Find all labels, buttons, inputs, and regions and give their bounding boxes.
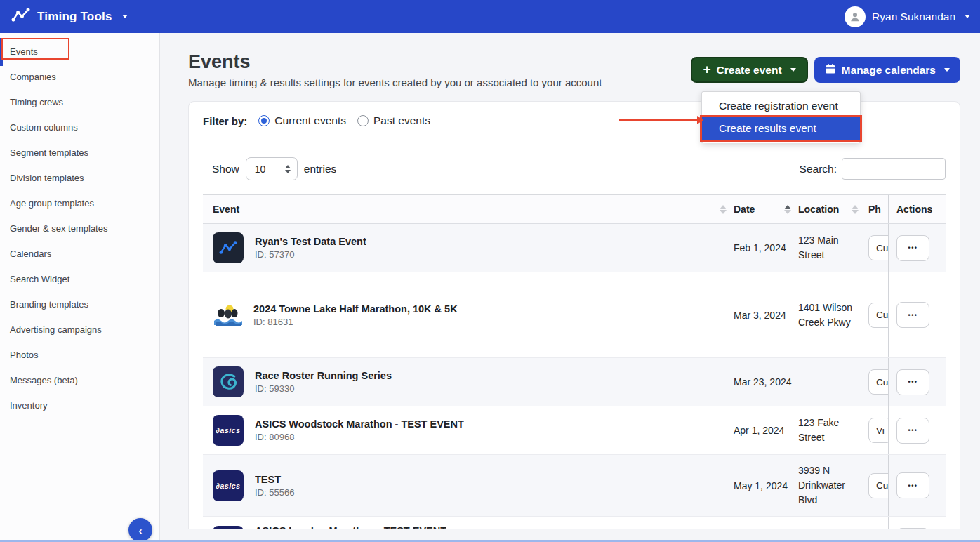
ellipsis-icon: ••• <box>908 427 918 434</box>
sidebar-item-division-templates[interactable]: Division templates <box>0 166 159 191</box>
user-menu[interactable]: Ryan Suknandan <box>845 6 970 27</box>
sidebar-item-label: Photos <box>10 350 38 360</box>
sidebar-item-label: Division templates <box>10 173 84 183</box>
sidebar-item-label: Events <box>10 46 38 57</box>
search-input[interactable] <box>842 158 946 180</box>
sidebar-item-label: Inventory <box>10 400 47 411</box>
event-id: ID: 57370 <box>255 249 366 260</box>
row-actions-button[interactable]: ••• <box>896 302 929 328</box>
event-date <box>734 517 798 529</box>
sidebar-item-search-widget[interactable]: Search Widget <box>0 267 159 292</box>
create-event-button[interactable]: + Create event <box>691 57 807 83</box>
sidebar-item-companies[interactable]: Companies <box>0 65 159 90</box>
row-actions-button[interactable]: ••• <box>896 528 929 529</box>
event-date: Apr 1, 2024 <box>734 407 798 454</box>
event-location: 1401 Wilson Creek Pkwy <box>798 272 868 357</box>
ellipsis-icon: ••• <box>908 312 918 319</box>
sidebar-item-inventory[interactable]: Inventory <box>0 393 159 418</box>
photos-button[interactable]: Cu <box>868 473 888 498</box>
column-header-photos[interactable]: Ph <box>868 195 888 223</box>
sidebar-item-custom-columns[interactable]: Custom columns <box>0 115 159 140</box>
row-actions-button[interactable]: ••• <box>896 235 929 261</box>
column-header-date[interactable]: Date <box>734 195 798 223</box>
create-event-label: Create event <box>717 64 782 77</box>
filter-current-events-radio[interactable]: Current events <box>258 114 346 127</box>
asics-wordmark: ∂asics <box>216 482 241 490</box>
table-header-row: Event Date Location Ph <box>203 194 946 224</box>
column-header-location[interactable]: Location <box>798 195 868 223</box>
app-window: Timing Tools Ryan Suknandan Events Compa… <box>0 0 980 542</box>
sidebar-item-segment-templates[interactable]: Segment templates <box>0 140 159 166</box>
sidebar-item-advertising-campaigns[interactable]: Advertising campaigns <box>0 317 159 343</box>
sidebar-item-label: Advertising campaigns <box>10 324 102 335</box>
asics-wordmark-tile-icon: ∂asics <box>213 470 244 501</box>
photos-button[interactable]: Cu <box>868 235 888 260</box>
ellipsis-icon: ••• <box>908 482 918 489</box>
sort-icon <box>852 205 859 214</box>
asics-wordmark-tile-icon: ∂asics <box>213 415 244 446</box>
row-actions-button[interactable]: ••• <box>896 418 929 444</box>
search-label: Search: <box>800 163 837 176</box>
event-name-link[interactable]: 2024 Towne Lake Half Marathon, 10K & 5K <box>253 303 458 315</box>
page-size-select[interactable]: 10 <box>246 157 298 180</box>
current-events-label: Current events <box>274 114 346 127</box>
sidebar-item-messages-beta[interactable]: Messages (beta) <box>0 368 159 393</box>
sort-icon <box>720 205 727 214</box>
brand-menu[interactable]: Timing Tools <box>11 7 128 26</box>
table-row: Race Roster Running Series ID: 59330 Mar… <box>203 358 946 407</box>
event-name-link[interactable]: ASICS London Marathon - TEST EVENT <box>255 525 446 529</box>
page-subtitle: Manage timing & results settings for eve… <box>188 77 602 88</box>
event-name-link[interactable]: TEST <box>255 474 294 485</box>
date-header-label: Date <box>734 204 755 215</box>
entries-label: entries <box>304 163 337 176</box>
manage-calendars-label: Manage calendars <box>842 64 936 77</box>
chevron-down-icon <box>122 15 128 18</box>
row-actions-button[interactable]: ••• <box>896 472 929 498</box>
radio-unselected-icon <box>357 115 369 126</box>
sidebar-item-label: Messages (beta) <box>10 375 78 385</box>
radio-selected-icon <box>258 115 270 126</box>
event-name-link[interactable]: Race Roster Running Series <box>255 370 392 381</box>
asics-wordmark: ∂asics <box>216 426 241 435</box>
timing-chart-icon <box>11 7 30 26</box>
sidebar-item-events[interactable]: Events <box>0 39 159 65</box>
events-card: Filter by: Current events Past events Sh… <box>188 101 960 529</box>
sidebar-collapse-button[interactable]: ‹ <box>128 518 152 542</box>
brand-title: Timing Tools <box>37 10 112 24</box>
filter-past-events-radio[interactable]: Past events <box>357 114 430 127</box>
avatar <box>845 6 866 27</box>
chevron-left-icon: ‹ <box>139 524 143 536</box>
menu-item-create-results-event[interactable]: Create results event <box>702 117 860 140</box>
annotation-arrow <box>619 119 698 121</box>
sidebar-item-age-group-templates[interactable]: Age group templates <box>0 191 159 216</box>
photos-button[interactable]: Vi <box>868 418 888 443</box>
event-header-label: Event <box>213 204 239 215</box>
table-row: Ryan's Test Data Event ID: 57370 Feb 1, … <box>203 224 946 272</box>
table-row: ∂asics TEST ID: 55566 May 1, 2024 3939 N… <box>203 455 946 517</box>
manage-calendars-button[interactable]: Manage calendars <box>814 57 960 83</box>
sidebar-item-label: Age group templates <box>10 198 94 209</box>
menu-item-create-registration-event[interactable]: Create registration event <box>702 95 860 117</box>
event-location <box>798 517 868 529</box>
event-name-link[interactable]: ASICS Woodstock Marathon - TEST EVENT <box>255 418 464 430</box>
sidebar-item-timing-crews[interactable]: Timing crews <box>0 90 159 115</box>
event-location <box>798 358 868 406</box>
photos-button[interactable]: Cu <box>868 303 888 328</box>
photos-button[interactable]: Cu <box>868 369 888 395</box>
event-date: Mar 23, 2024 <box>734 358 798 406</box>
column-header-event[interactable]: Event <box>203 195 734 223</box>
event-name-link[interactable]: Ryan's Test Data Event <box>255 236 366 247</box>
sidebar-item-photos[interactable]: Photos <box>0 343 159 368</box>
select-stepper-icon <box>285 165 291 173</box>
table-controls: Show 10 entries Search: <box>189 140 960 190</box>
page-title: Events <box>188 51 602 73</box>
sidebar-item-label: Search Widget <box>10 274 69 284</box>
row-actions-button[interactable]: ••• <box>896 369 929 395</box>
asics-swirl-tile-icon <box>213 366 244 397</box>
table-row: 2024 Towne Lake Half Marathon, 10K & 5K … <box>203 272 946 358</box>
photos-header-label: Ph <box>868 204 881 215</box>
sidebar-item-calendars[interactable]: Calendars <box>0 242 159 267</box>
sidebar-item-gender-sex-templates[interactable]: Gender & sex templates <box>0 216 159 242</box>
ellipsis-icon: ••• <box>908 244 918 251</box>
sidebar-item-branding-templates[interactable]: Branding templates <box>0 292 159 317</box>
